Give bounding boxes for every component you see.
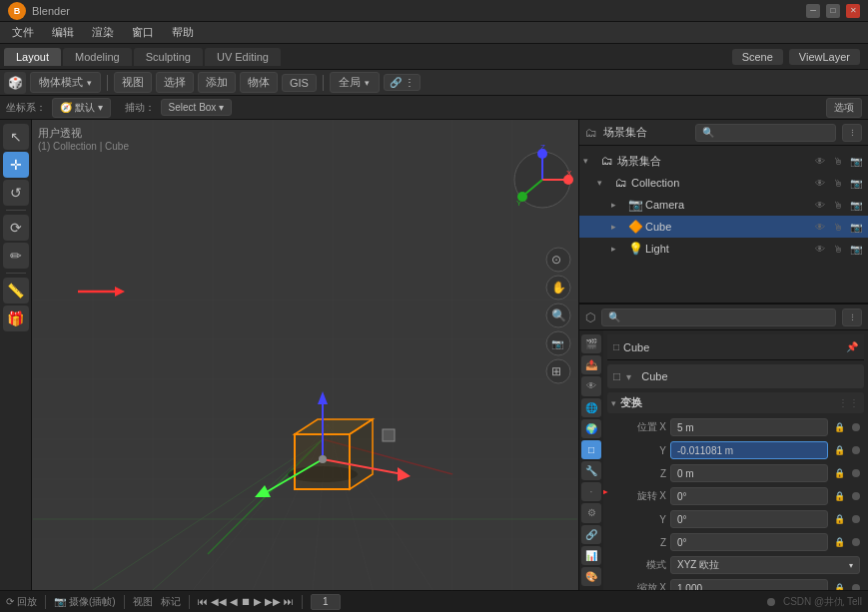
prop-tab-object[interactable]: □ (581, 440, 601, 459)
outliner-light[interactable]: ▸ 💡 Light 👁 🖱 📷 (579, 238, 868, 260)
play-next-frame[interactable]: ▶▶ (265, 596, 281, 607)
outliner-filter-btn[interactable]: ⫶ (842, 124, 862, 142)
prop-tab-modifier[interactable]: 🔧 (581, 461, 601, 480)
expand-icon-5[interactable]: ▸ (611, 244, 625, 254)
rot-y-lock[interactable]: 🔒 (832, 512, 846, 526)
expand-icon[interactable]: ▾ (583, 156, 597, 166)
pointer-btn-3[interactable]: 🖱 (830, 197, 846, 213)
outliner-collection[interactable]: ▾ 🗂 Collection 👁 🖱 📷 (579, 172, 868, 194)
global-dropdown[interactable]: 全局 (330, 72, 380, 93)
menu-help[interactable]: 帮助 (164, 23, 202, 42)
rot-x-value[interactable]: 0° (670, 487, 828, 505)
rot-y-dot[interactable] (852, 515, 860, 523)
eye-btn-2[interactable]: 👁 (812, 175, 828, 191)
pos-y-lock[interactable]: 🔒 (832, 443, 846, 457)
pointer-btn-4[interactable]: 🖱 (830, 219, 846, 235)
prop-tab-scene[interactable]: 🌐 (581, 398, 601, 417)
status-playback[interactable]: ⟳ 回放 (6, 595, 37, 609)
prop-tab-data[interactable]: 📊 (581, 546, 601, 565)
add-cube-btn[interactable]: 🎁 (3, 306, 29, 331)
prop-tab-constraints[interactable]: 🔗 (581, 525, 601, 544)
maximize-button[interactable]: □ (826, 4, 840, 18)
expand-icon-4[interactable]: ▸ (611, 222, 625, 232)
pos-y-value[interactable]: -0.011081 m (670, 441, 828, 459)
render-btn-3[interactable]: 📷 (848, 197, 864, 213)
object-menu[interactable]: 物体 (240, 72, 278, 93)
measure-btn[interactable]: 📏 (3, 278, 29, 304)
menu-edit[interactable]: 编辑 (44, 23, 82, 42)
tab-uv-editing[interactable]: UV Editing (205, 48, 281, 66)
render-btn[interactable]: 📷 (848, 153, 864, 169)
render-btn-4[interactable]: 📷 (848, 219, 864, 235)
scene-name[interactable]: Scene (732, 49, 783, 65)
close-button[interactable]: ✕ (846, 4, 860, 18)
menu-file[interactable]: 文件 (4, 23, 42, 42)
rot-x-dot[interactable] (852, 492, 860, 500)
rot-z-value[interactable]: 0° (670, 533, 828, 551)
pointer-btn-5[interactable]: 🖱 (830, 241, 846, 257)
rot-y-value[interactable]: 0° (670, 510, 828, 528)
prop-tab-world[interactable]: 🌍 (581, 419, 601, 438)
select-tool-btn[interactable]: ↖ (3, 124, 29, 150)
mode-dropdown[interactable]: XYZ 欧拉 ▾ (670, 556, 860, 574)
outliner-camera[interactable]: ▸ 📷 Camera 👁 🖱 📷 (579, 194, 868, 216)
prop-tab-particles[interactable]: · (581, 482, 601, 501)
render-btn-2[interactable]: 📷 (848, 175, 864, 191)
pos-z-dot[interactable] (852, 469, 860, 477)
play-jump-start[interactable]: ⏮ (198, 596, 208, 607)
coord-system-dropdown[interactable]: 🧭 默认 ▾ (52, 98, 111, 118)
scale-x-dot[interactable] (852, 584, 860, 590)
menu-render[interactable]: 渲染 (84, 23, 122, 42)
viewport-3d[interactable]: Z X Y ⊙ ✋ 🔍 📷 (32, 120, 578, 590)
outliner-cube[interactable]: ▸ 🔶 Cube 👁 🖱 📷 (579, 216, 868, 238)
play-prev-frame[interactable]: ◀◀ (211, 596, 227, 607)
pos-x-lock[interactable]: 🔒 (832, 420, 846, 434)
pos-x-value[interactable]: 5 m (670, 418, 828, 436)
menu-window[interactable]: 窗口 (124, 23, 162, 42)
frame-input[interactable] (311, 594, 341, 610)
add-menu[interactable]: 添加 (198, 72, 236, 93)
view-menu[interactable]: 视图 (114, 72, 152, 93)
eye-btn-4[interactable]: 👁 (812, 219, 828, 235)
eye-btn-3[interactable]: 👁 (812, 197, 828, 213)
props-pin-btn[interactable]: 📌 (846, 341, 858, 352)
scale-x-value[interactable]: 1.000 (670, 579, 828, 590)
outliner-search[interactable] (695, 124, 836, 142)
prop-tab-view[interactable]: 👁 (581, 376, 601, 395)
prop-tab-render[interactable]: 🎬 (581, 334, 601, 353)
select-menu[interactable]: 选择 (156, 72, 194, 93)
mode-icon-btn[interactable]: 🎲 (4, 72, 26, 94)
pointer-btn-2[interactable]: 🖱 (830, 175, 846, 191)
prop-tab-physics[interactable]: ⚙ (581, 503, 601, 522)
tab-sculpting[interactable]: Sculpting (134, 48, 203, 66)
pointer-btn[interactable]: 🖱 (830, 153, 846, 169)
scale-x-lock[interactable]: 🔒 (832, 581, 846, 590)
tab-modeling[interactable]: Modeling (63, 48, 132, 66)
expand-icon-2[interactable]: ▾ (597, 178, 611, 188)
prop-tab-material[interactable]: 🎨 (581, 567, 601, 586)
eye-btn[interactable]: 👁 (812, 153, 828, 169)
view-layer[interactable]: ViewLayer (789, 49, 860, 65)
play-next[interactable]: ▶ (254, 596, 262, 607)
move-tool-btn[interactable]: ✛ (3, 152, 29, 178)
outliner-scene-collection[interactable]: ▾ 🗂 场景集合 👁 🖱 📷 (579, 150, 868, 172)
rotate-tool-btn[interactable]: ↺ (3, 180, 29, 206)
status-capture[interactable]: 📷 摄像(插帧) (54, 595, 116, 609)
minimize-button[interactable]: ─ (806, 4, 820, 18)
render-btn-5[interactable]: 📷 (848, 241, 864, 257)
gis-menu[interactable]: GIS (282, 74, 317, 92)
play-jump-end[interactable]: ⏭ (284, 596, 294, 607)
eye-btn-5[interactable]: 👁 (812, 241, 828, 257)
rot-z-lock[interactable]: 🔒 (832, 535, 846, 549)
status-view[interactable]: 视图 (133, 595, 153, 609)
transform-tool-btn[interactable]: ⟳ (3, 215, 29, 241)
transform-section-header[interactable]: ▾ 变换 ⋮⋮ (607, 392, 864, 413)
object-mode-dropdown[interactable]: 物体模式 (30, 72, 101, 93)
pos-x-dot[interactable] (852, 423, 860, 431)
status-mark[interactable]: 标记 (161, 595, 181, 609)
prop-tab-output[interactable]: 📤 (581, 355, 601, 374)
tab-layout[interactable]: Layout (4, 48, 61, 66)
record-btn[interactable] (767, 598, 775, 606)
rot-z-dot[interactable] (852, 538, 860, 546)
annotate-btn[interactable]: ✏ (3, 243, 29, 269)
